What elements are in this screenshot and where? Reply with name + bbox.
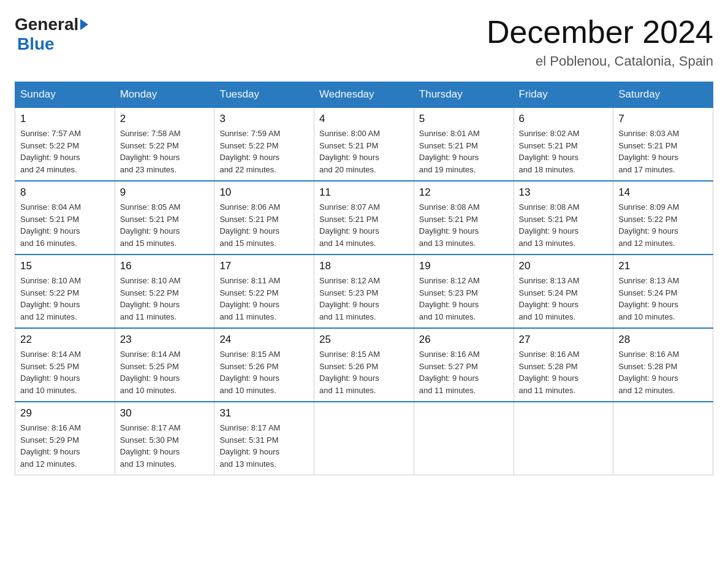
- day-info: Sunrise: 8:01 AMSunset: 5:21 PMDaylight:…: [419, 128, 509, 175]
- calendar-cell: 31Sunrise: 8:17 AMSunset: 5:31 PMDayligh…: [214, 402, 314, 475]
- day-info: Sunrise: 8:16 AMSunset: 5:29 PMDaylight:…: [20, 422, 110, 470]
- header: General Blue December 2024 el Poblenou, …: [15, 15, 713, 69]
- day-number: 10: [219, 186, 309, 199]
- calendar-cell: 1Sunrise: 7:57 AMSunset: 5:22 PMDaylight…: [15, 107, 115, 181]
- calendar-week-5: 29Sunrise: 8:16 AMSunset: 5:29 PMDayligh…: [15, 402, 713, 475]
- day-info: Sunrise: 7:57 AMSunset: 5:22 PMDaylight:…: [20, 128, 110, 175]
- day-number: 28: [618, 334, 708, 346]
- day-info: Sunrise: 8:16 AMSunset: 5:27 PMDaylight:…: [419, 348, 509, 396]
- logo-blue: Blue: [17, 34, 90, 54]
- day-number: 27: [519, 334, 609, 346]
- logo-arrow-icon: [80, 19, 88, 30]
- day-info: Sunrise: 8:08 AMSunset: 5:21 PMDaylight:…: [419, 201, 509, 249]
- header-thursday: Thursday: [414, 82, 514, 108]
- day-number: 17: [219, 260, 309, 272]
- day-info: Sunrise: 8:14 AMSunset: 5:25 PMDaylight:…: [120, 348, 210, 396]
- day-info: Sunrise: 8:05 AMSunset: 5:21 PMDaylight:…: [120, 201, 210, 249]
- header-tuesday: Tuesday: [214, 82, 314, 108]
- day-number: 25: [319, 334, 409, 346]
- day-info: Sunrise: 8:17 AMSunset: 5:31 PMDaylight:…: [219, 422, 309, 470]
- calendar-cell: 14Sunrise: 8:09 AMSunset: 5:22 PMDayligh…: [613, 181, 713, 255]
- day-info: Sunrise: 8:14 AMSunset: 5:25 PMDaylight:…: [20, 348, 110, 396]
- day-number: 29: [20, 407, 110, 419]
- calendar-cell: 2Sunrise: 7:58 AMSunset: 5:22 PMDaylight…: [115, 107, 214, 181]
- day-number: 2: [120, 113, 210, 125]
- day-info: Sunrise: 8:12 AMSunset: 5:23 PMDaylight:…: [319, 275, 409, 323]
- calendar-cell: [613, 402, 713, 475]
- day-number: 5: [419, 113, 509, 125]
- header-saturday: Saturday: [613, 82, 713, 108]
- day-info: Sunrise: 7:58 AMSunset: 5:22 PMDaylight:…: [120, 128, 210, 175]
- calendar-cell: 4Sunrise: 8:00 AMSunset: 5:21 PMDaylight…: [314, 107, 414, 181]
- calendar-cell: 6Sunrise: 8:02 AMSunset: 5:21 PMDaylight…: [514, 107, 613, 181]
- day-info: Sunrise: 8:03 AMSunset: 5:21 PMDaylight:…: [618, 128, 708, 175]
- day-number: 23: [120, 334, 210, 346]
- calendar-cell: 17Sunrise: 8:11 AMSunset: 5:22 PMDayligh…: [214, 255, 314, 328]
- calendar-cell: 26Sunrise: 8:16 AMSunset: 5:27 PMDayligh…: [414, 328, 514, 402]
- title-area: December 2024 el Poblenou, Catalonia, Sp…: [487, 15, 713, 69]
- calendar-subtitle: el Poblenou, Catalonia, Spain: [487, 53, 713, 69]
- calendar-cell: 10Sunrise: 8:06 AMSunset: 5:21 PMDayligh…: [214, 181, 314, 255]
- day-info: Sunrise: 8:17 AMSunset: 5:30 PMDaylight:…: [120, 422, 210, 470]
- calendar-cell: 22Sunrise: 8:14 AMSunset: 5:25 PMDayligh…: [15, 328, 115, 402]
- day-info: Sunrise: 8:02 AMSunset: 5:21 PMDaylight:…: [519, 128, 609, 175]
- day-number: 13: [519, 186, 609, 199]
- day-number: 15: [20, 260, 110, 272]
- day-number: 21: [618, 260, 708, 272]
- day-info: Sunrise: 8:11 AMSunset: 5:22 PMDaylight:…: [219, 275, 309, 323]
- day-number: 20: [519, 260, 609, 272]
- day-number: 24: [219, 334, 309, 346]
- day-info: Sunrise: 8:00 AMSunset: 5:21 PMDaylight:…: [319, 128, 409, 175]
- day-number: 19: [419, 260, 509, 272]
- calendar-cell: 5Sunrise: 8:01 AMSunset: 5:21 PMDaylight…: [414, 107, 514, 181]
- calendar-cell: 24Sunrise: 8:15 AMSunset: 5:26 PMDayligh…: [214, 328, 314, 402]
- calendar-cell: 3Sunrise: 7:59 AMSunset: 5:22 PMDaylight…: [214, 107, 314, 181]
- day-number: 6: [519, 113, 609, 125]
- calendar-cell: 19Sunrise: 8:12 AMSunset: 5:23 PMDayligh…: [414, 255, 514, 328]
- day-info: Sunrise: 8:15 AMSunset: 5:26 PMDaylight:…: [219, 348, 309, 396]
- header-sunday: Sunday: [15, 82, 115, 108]
- calendar-cell: 7Sunrise: 8:03 AMSunset: 5:21 PMDaylight…: [613, 107, 713, 181]
- day-number: 8: [20, 186, 110, 199]
- day-number: 31: [219, 407, 309, 419]
- calendar-cell: 25Sunrise: 8:15 AMSunset: 5:26 PMDayligh…: [314, 328, 414, 402]
- day-number: 1: [20, 113, 110, 125]
- calendar-cell: 16Sunrise: 8:10 AMSunset: 5:22 PMDayligh…: [115, 255, 214, 328]
- calendar-cell: 21Sunrise: 8:13 AMSunset: 5:24 PMDayligh…: [613, 255, 713, 328]
- day-info: Sunrise: 8:13 AMSunset: 5:24 PMDaylight:…: [519, 275, 609, 323]
- day-info: Sunrise: 8:13 AMSunset: 5:24 PMDaylight:…: [618, 275, 708, 323]
- day-info: Sunrise: 8:16 AMSunset: 5:28 PMDaylight:…: [618, 348, 708, 396]
- calendar-cell: 28Sunrise: 8:16 AMSunset: 5:28 PMDayligh…: [613, 328, 713, 402]
- calendar-cell: 8Sunrise: 8:04 AMSunset: 5:21 PMDaylight…: [15, 181, 115, 255]
- day-info: Sunrise: 8:15 AMSunset: 5:26 PMDaylight:…: [319, 348, 409, 396]
- day-info: Sunrise: 8:04 AMSunset: 5:21 PMDaylight:…: [20, 201, 110, 249]
- calendar-week-1: 1Sunrise: 7:57 AMSunset: 5:22 PMDaylight…: [15, 107, 713, 181]
- day-number: 12: [419, 186, 509, 199]
- header-friday: Friday: [514, 82, 613, 108]
- calendar-cell: 9Sunrise: 8:05 AMSunset: 5:21 PMDaylight…: [115, 181, 214, 255]
- day-info: Sunrise: 8:08 AMSunset: 5:21 PMDaylight:…: [519, 201, 609, 249]
- day-info: Sunrise: 8:10 AMSunset: 5:22 PMDaylight:…: [20, 275, 110, 323]
- calendar-cell: 15Sunrise: 8:10 AMSunset: 5:22 PMDayligh…: [15, 255, 115, 328]
- day-number: 26: [419, 334, 509, 346]
- calendar-cell: 18Sunrise: 8:12 AMSunset: 5:23 PMDayligh…: [314, 255, 414, 328]
- calendar-table: Sunday Monday Tuesday Wednesday Thursday…: [15, 82, 713, 475]
- day-number: 16: [120, 260, 210, 272]
- day-info: Sunrise: 8:16 AMSunset: 5:28 PMDaylight:…: [519, 348, 609, 396]
- logo-general: General: [15, 15, 78, 34]
- day-number: 3: [219, 113, 309, 125]
- calendar-week-3: 15Sunrise: 8:10 AMSunset: 5:22 PMDayligh…: [15, 255, 713, 328]
- day-info: Sunrise: 8:07 AMSunset: 5:21 PMDaylight:…: [319, 201, 409, 249]
- calendar-title: December 2024: [487, 15, 713, 50]
- day-number: 30: [120, 407, 210, 419]
- calendar-cell: [514, 402, 613, 475]
- calendar-cell: 30Sunrise: 8:17 AMSunset: 5:30 PMDayligh…: [115, 402, 214, 475]
- day-number: 18: [319, 260, 409, 272]
- day-info: Sunrise: 8:12 AMSunset: 5:23 PMDaylight:…: [419, 275, 509, 323]
- header-row: Sunday Monday Tuesday Wednesday Thursday…: [15, 82, 713, 108]
- calendar-week-4: 22Sunrise: 8:14 AMSunset: 5:25 PMDayligh…: [15, 328, 713, 402]
- calendar-cell: 13Sunrise: 8:08 AMSunset: 5:21 PMDayligh…: [514, 181, 613, 255]
- day-number: 22: [20, 334, 110, 346]
- day-number: 7: [618, 113, 708, 125]
- day-info: Sunrise: 8:10 AMSunset: 5:22 PMDaylight:…: [120, 275, 210, 323]
